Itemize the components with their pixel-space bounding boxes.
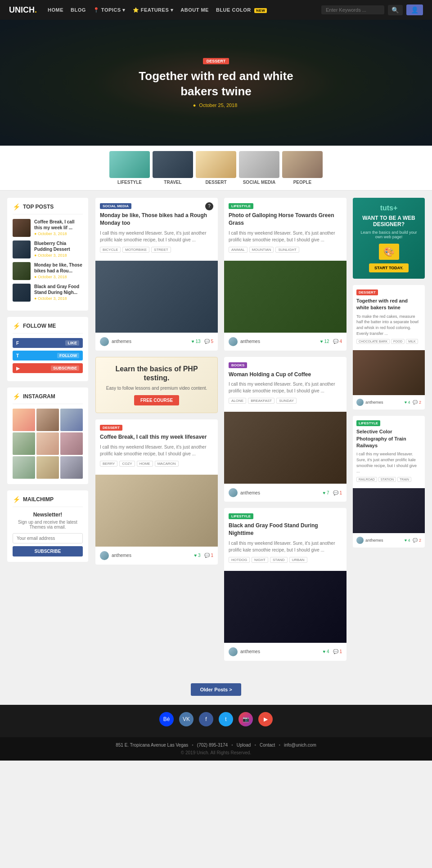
rpc-tag-train[interactable]: TRAIN (397, 477, 411, 482)
post-coffee-cup-footer: anthemes ♥ 7 💬 1 (224, 484, 346, 502)
category-lifestyle[interactable]: LIFESTYLE (109, 151, 150, 185)
nav-features[interactable]: ⭐ FEATURES ▾ (133, 7, 174, 13)
tag-street[interactable]: STREET (151, 247, 171, 253)
vk-icon[interactable]: VK (179, 712, 194, 726)
tag-night[interactable]: NIGHT (252, 557, 268, 563)
tag-bicycle[interactable]: BICYCLE (100, 247, 121, 253)
rpc-tag-railroad[interactable]: RAILROAD (356, 477, 377, 482)
rpc-railway-image (353, 488, 425, 533)
tag-stand[interactable]: STAND (270, 557, 288, 563)
top-posts-title: ⚡ Top Posts (13, 203, 83, 214)
tuts-desc: Learn the basics and build your own web … (359, 230, 418, 239)
php-ad-button[interactable]: FREE COURSE (134, 395, 179, 405)
rpc-bakers-body: DESSERT Together with red and white bake… (353, 285, 425, 350)
post-coffee-break-body: DESSERT Coffee Break, I call this my wee… (95, 419, 218, 475)
search-input[interactable] (321, 5, 384, 14)
tag-sunday[interactable]: SUNDAY (276, 398, 297, 404)
footer-contact-link[interactable]: Contact (260, 743, 275, 748)
tuts-icons: 🎨 (383, 246, 395, 257)
facebook-follow-btn[interactable]: f LIKE (13, 338, 83, 348)
top-post-3-date: October 3, 2018 (34, 275, 83, 279)
top-post-4[interactable]: Black and Gray Food Stand During Nigh...… (13, 284, 83, 302)
rpc-railway-footer-row: anthemes ♥ 4 💬 2 (356, 537, 421, 544)
youtube-follow-btn[interactable]: ▶ SUBSCRIBE (13, 363, 83, 373)
nav-topics[interactable]: 📍 TOPICS ▾ (93, 7, 126, 13)
nav-blue-color[interactable]: BLUE COLOR NEW (216, 7, 267, 13)
email-input[interactable] (13, 533, 83, 543)
rpc-tag-milk[interactable]: MILK (406, 339, 418, 344)
post-coffee-cup-badge: BOOKS (229, 362, 247, 368)
rpc-tag-station[interactable]: STATION (378, 477, 396, 482)
site-logo[interactable]: UNICH. (9, 5, 37, 15)
facebook-social-icon[interactable]: f (199, 712, 213, 726)
instagram-social-icon[interactable]: 📷 (238, 712, 253, 726)
site-header: UNICH. HOME BLOG 📍 TOPICS ▾ ⭐ FEATURES ▾… (0, 0, 432, 20)
twitter-social-icon[interactable]: t (219, 712, 233, 726)
tag-cozy[interactable]: COZY (119, 461, 135, 467)
instagram-item-7[interactable] (13, 456, 35, 479)
tag-motorbike[interactable]: MOTORBIKE (122, 247, 149, 253)
facebook-action: LIKE (65, 340, 79, 346)
rpc-bakers-badge: DESSERT (356, 289, 378, 295)
user-button[interactable]: 👤 (406, 4, 423, 15)
tag-animal[interactable]: ANIMAL (229, 247, 248, 253)
twitter-icon: t (16, 353, 19, 358)
post-monday-footer-row: anthemes ♥ 13 💬 5 (100, 337, 213, 346)
post-food-night-footer-row: anthemes ♥ 4 💬 1 (229, 647, 342, 656)
instagram-item-6[interactable] (60, 432, 83, 455)
footer-upload-link[interactable]: Upload (237, 743, 251, 748)
top-post-2-thumb (13, 240, 31, 258)
tag-macaron[interactable]: MACARON (155, 461, 179, 467)
older-posts-button[interactable]: Older Posts > (191, 683, 241, 696)
instagram-item-3[interactable] (60, 409, 83, 431)
subscribe-button[interactable]: Subscribe (13, 546, 83, 556)
post-monday-question[interactable]: ? (205, 202, 213, 210)
nav-about[interactable]: ABOUT ME (180, 7, 209, 13)
tag-mountain[interactable]: MOUNTIAN (249, 247, 274, 253)
newsletter-title: Newsletter! (13, 512, 83, 518)
twitter-follow-btn[interactable]: t FOLLOW (13, 351, 83, 361)
tuts-logo: tuts+ (359, 204, 418, 212)
behance-icon[interactable]: Bé (159, 712, 174, 726)
top-post-3[interactable]: Monday be like, Those bikes had a Rou...… (13, 262, 83, 280)
top-post-1[interactable]: Coffee Break, I call this my week lif ..… (13, 219, 83, 237)
post-coffee-break-footer-row: anthemes ♥ 3 💬 1 (100, 551, 213, 560)
post-coffee-break-avatar (100, 551, 109, 560)
category-people[interactable]: PEOPLE (282, 151, 323, 185)
tag-breakfast[interactable]: BREAKFAST (248, 398, 274, 404)
category-dessert[interactable]: DESSERT (196, 151, 236, 185)
footer-email-link[interactable]: info@unich.com (284, 743, 316, 748)
youtube-social-icon[interactable]: ▶ (258, 712, 273, 726)
tuts-button[interactable]: START TODAY. (369, 263, 409, 272)
tag-sunlight[interactable]: SUNLIGHT (275, 247, 299, 253)
post-col-left: SOCIAL MEDIA ? Monday be like, Those bik… (95, 198, 218, 667)
rpc-tag-chocolate[interactable]: CHOCOLATE BARK (356, 339, 390, 344)
nav-home[interactable]: HOME (48, 7, 63, 13)
nav-blog[interactable]: BLOG (71, 7, 86, 13)
post-coffee-cup-title: Woman Holding a Cup of Coffee (229, 371, 342, 378)
post-monday-footer: anthemes ♥ 13 💬 5 (95, 333, 218, 351)
tag-berry[interactable]: BERRY (100, 461, 117, 467)
post-coffee-cup-author: anthemes (240, 490, 320, 495)
instagram-item-9[interactable] (60, 456, 83, 479)
rpc-bakers-title: Together with red and white bakers twine (356, 298, 421, 312)
tag-hotdog[interactable]: HOTDOG (229, 557, 250, 563)
post-horse-likes: ♥ 12 (320, 339, 329, 344)
post-food-night-avatar (229, 647, 238, 656)
instagram-item-2[interactable] (36, 409, 59, 431)
tag-alone[interactable]: ALONE (229, 398, 246, 404)
instagram-item-4[interactable] (13, 432, 35, 455)
search-button[interactable]: 🔍 (388, 5, 403, 15)
instagram-item-5[interactable] (36, 432, 59, 455)
post-coffee-cup-comments: 💬 1 (333, 490, 342, 495)
tag-urban[interactable]: URBAN (289, 557, 307, 563)
rpc-tag-food[interactable]: FOOD (391, 339, 405, 344)
instagram-item-8[interactable] (36, 456, 59, 479)
category-social[interactable]: SOCIAL MEDIA (239, 151, 279, 185)
instagram-item-1[interactable] (13, 409, 35, 431)
tag-home[interactable]: HOME (137, 461, 153, 467)
category-travel[interactable]: TRAVEL (153, 151, 193, 185)
top-post-3-title: Monday be like, Those bikes had a Rou... (34, 262, 83, 274)
post-monday-likes: ♥ 13 (192, 339, 201, 344)
top-post-2[interactable]: Blueberry Chia Pudding Dessert October 3… (13, 240, 83, 258)
